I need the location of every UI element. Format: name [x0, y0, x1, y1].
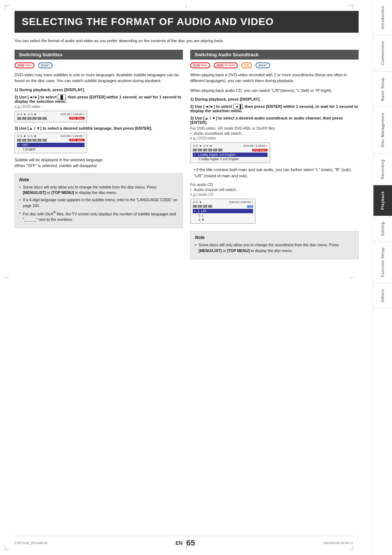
left-after-step3: Subtitle will be displayed in the select… [15, 157, 183, 169]
left-step3-title: 3) Use [▲ / ▼] to select a desired subti… [15, 126, 183, 130]
sidebar-function-setup-label: Function Setup [381, 247, 385, 277]
sidebar-connections-label: Connections [381, 41, 385, 65]
right-step1-title: 1) During playback, press [DISPLAY]. [190, 97, 359, 101]
sidebar-basic-setup: Basic Setup [373, 72, 392, 107]
sm-icon-3 [27, 117, 32, 120]
right-step3-eg: e.g.) DVD-video [190, 136, 359, 140]
sidebar-introduction-label: Introduction [381, 6, 385, 29]
sidebar-recording: Recording [373, 154, 392, 186]
page-title: SELECTING THE FORMAT OF AUDIO AND VIDEO [22, 16, 351, 28]
dvd-video-badge-right: DVD Video [190, 62, 210, 68]
divx-badge-right: DivX ® [256, 62, 270, 68]
left-body-text: DVD-video may have subtitles in one or m… [15, 72, 183, 84]
right-for-cd: For audio CD [190, 182, 359, 187]
footer-left: E7E7AUD_EN.indb 65 [15, 541, 48, 545]
right-section-title: Switching Audio Soundtrack [195, 52, 258, 57]
right-step3-title: 3) Use [▲ / ▼] to select a desired audio… [190, 116, 359, 125]
right-audio-note1: • If the title contains both main and su… [194, 167, 359, 179]
page-title-banner: SELECTING THE FORMAT OF AUDIO AND VIDEO [15, 11, 359, 33]
right-note-1: Some discs will only allow you to change… [195, 242, 354, 254]
sidebar-basic-setup-label: Basic Setup [381, 77, 385, 101]
audio-track-2-row: 2.Dolby Digital 5.1ch English [193, 157, 268, 161]
cd-l-row: 2. L [193, 213, 253, 218]
sidebar-others-label: Others [381, 289, 385, 302]
page-footer: E7E7AUD_EN.indb 65 EN 65 2007/01/29 19:0… [15, 536, 353, 548]
footer-right: 2007/01/29 19:04:17 [323, 541, 353, 545]
left-note-title: Note [19, 177, 178, 182]
right-body-text1: When playing back a DVD-video recorded w… [190, 72, 359, 84]
corner-mark-bl [5, 546, 9, 550]
left-screen-mock-2: 1/ S ◄ 1/ S ◄ 0:01:00 / 1:23:45 + [15, 133, 87, 153]
right-for-dvd: For DVD-video, VR mode DVD-RW, or DivX® … [190, 126, 359, 130]
sidebar-editing: Editing [373, 216, 392, 242]
cd-badge: CD [241, 62, 252, 68]
left-note-2: If a 4-digit language code appears in th… [19, 197, 178, 209]
sm-icon-2 [22, 117, 26, 120]
audio-track-1-row: ✓ 1.Dolby Digital 2ch English [193, 153, 268, 157]
right-note-title: Note [195, 235, 354, 240]
right-step1: 1) During playback, press [DISPLAY]. [190, 97, 359, 101]
right-screen-mock-2: 1/ S ◄ 0:00:15 / 0:05:00 + CD ✓ [190, 199, 256, 224]
right-audio-eg-cd: e.g.) audio CD [190, 193, 359, 197]
subtitle-off-row: ✓ OFF [17, 143, 85, 147]
center-mark-right [350, 278, 353, 278]
sm-icon-5 [37, 117, 42, 120]
two-col-layout: Switching Subtitles DVD Video DivX ® DVD… [15, 50, 359, 259]
right-step3: 3) Use [▲ / ▼] to select a desired audio… [190, 116, 359, 163]
dvd-vr-badge: DVD VR Mode [214, 62, 238, 68]
left-step2-eg: e.g.) DVD-video [15, 105, 183, 109]
en-label: EN [176, 540, 183, 546]
left-note-1: Some discs will only allow you to change… [19, 185, 178, 196]
switching-subtitles-section: Switching Subtitles DVD Video DivX ® DVD… [15, 50, 183, 259]
left-step1-title: 1) During playback, press [DISPLAY]. [15, 88, 183, 92]
sidebar-connections: Connections [373, 35, 392, 72]
subtitle-english-row: 1.English [17, 147, 85, 151]
sm-icon-4 [32, 117, 37, 120]
left-note-3: For disc with DivX® files, the TV screen… [19, 210, 178, 223]
left-step2: 2) Use [◄/►] to select ▐▌, then press [E… [15, 95, 183, 122]
right-step2: 2) Use [◄/►] to select ◄▐, then press [E… [190, 104, 359, 113]
cd-lr-row: ✓ 1. L/R [193, 209, 253, 213]
page-number: 65 [186, 538, 195, 548]
main-content: SELECTING THE FORMAT OF AUDIO AND VIDEO … [0, 0, 373, 555]
left-note-box: Note Some discs will only allow you to c… [15, 173, 183, 228]
right-bullet1: Audio soundtrack will switch. [190, 131, 359, 135]
corner-mark-tr [349, 5, 353, 9]
center-mark-top [187, 5, 187, 9]
center-mark-left [5, 278, 9, 278]
right-section-header: Switching Audio Soundtrack [190, 50, 359, 60]
sidebar-others: Others [373, 283, 392, 308]
left-section-header: Switching Subtitles [15, 50, 183, 60]
sidebar-recording-label: Recording [381, 159, 385, 179]
corner-mark-tl [5, 5, 9, 9]
sidebar-playback-label: Playback [381, 191, 385, 210]
cd-r-row: 3. R [193, 218, 253, 222]
left-badge-row: DVD Video DivX ® [15, 62, 183, 68]
sm-icon-1 [17, 117, 21, 120]
right-note-box: Note Some discs will only allow you to c… [190, 231, 359, 259]
page-wrapper: SELECTING THE FORMAT OF AUDIO AND VIDEO … [0, 0, 392, 555]
sm-icon-6 [42, 117, 47, 120]
right-screen-mock-1: 1/ S ◄ 1/ S ◄ 0:01:00 / 1:23:45 + [190, 142, 270, 163]
intro-text: You can select the format of audio and v… [15, 38, 359, 44]
divx-badge-left: DivX ® [38, 62, 53, 68]
sidebar-disc-management-label: Disc Management [381, 113, 385, 147]
sidebar-function-setup: Function Setup [373, 242, 392, 283]
page-number-box: EN 65 [176, 538, 195, 548]
switching-audio-section: Switching Audio Soundtrack DVD Video DVD… [190, 50, 359, 259]
right-audio-bullet: Audio channel will switch. [190, 187, 359, 192]
left-step2-title: 2) Use [◄/►] to select ▐▌, then press [E… [15, 95, 183, 104]
left-step1: 1) During playback, press [DISPLAY]. [15, 88, 183, 92]
left-section-title: Switching Subtitles [19, 52, 62, 57]
dvd-video-badge: DVD Video [15, 62, 34, 68]
sidebar-disc-management: Disc Management [373, 107, 392, 154]
sidebar-playback: Playback [373, 185, 392, 216]
right-body-text2: When playing back audio CD, you can swit… [190, 88, 359, 94]
right-badge-row: DVD Video DVD VR Mode CD DivX ® [190, 62, 359, 68]
right-sidebar: Introduction Connections Basic Setup Dis… [373, 0, 392, 555]
left-screen-mock-1: 1/ S ◄ 1/ S ◄ 0:01:00 / 1:23:45 + [15, 111, 87, 122]
left-step3: 3) Use [▲ / ▼] to select a desired subti… [15, 126, 183, 153]
right-step2-title: 2) Use [◄/►] to select ◄▐, then press [E… [190, 104, 359, 113]
sidebar-introduction: Introduction [373, 0, 392, 35]
sidebar-editing-label: Editing [381, 222, 385, 236]
